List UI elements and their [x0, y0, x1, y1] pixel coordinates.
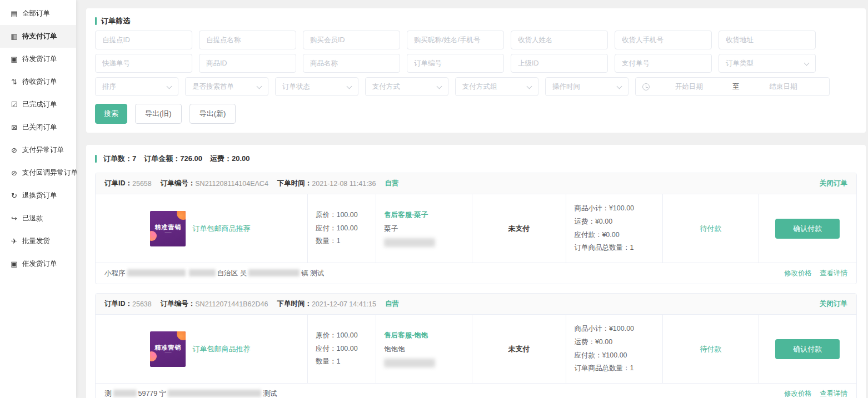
after-sales-service-link[interactable]: 售后客服-饱饱	[384, 331, 463, 340]
chevron-down-icon	[257, 84, 262, 89]
urge-ship-truck-icon: ▣	[10, 260, 18, 268]
completed-check-icon: ☑	[10, 100, 18, 109]
filter-input-row2-1[interactable]	[95, 54, 192, 73]
product-name-link[interactable]: 订单包邮商品推荐	[192, 224, 250, 234]
close-order-link[interactable]: 关闭订单	[820, 179, 847, 188]
order-sn-value: SN211208114104EAC4	[195, 180, 268, 188]
product-image-title: 精准营销———	[154, 344, 181, 354]
order-body: 精准营销———订单包邮商品推荐原价：100.00应付：100.00数量：1售后客…	[96, 194, 856, 263]
export-old-button[interactable]: 导出(旧)	[135, 104, 182, 124]
sidebar-item-label: 批量发货	[22, 236, 50, 246]
address-text: 测	[104, 390, 112, 397]
filter-input-3[interactable]	[303, 31, 400, 49]
order-time-value: 2021-12-08 11:41:36	[312, 180, 376, 188]
redacted-text	[248, 269, 300, 276]
sidebar-item-pending-ship-truck[interactable]: ▣待发货订单	[0, 48, 76, 70]
sidebar-item-label: 待发货订单	[22, 54, 57, 64]
filter-select-5[interactable]: 支付方式组	[455, 77, 538, 96]
summary-pair: 订单金额：726.00	[144, 154, 202, 163]
totals-cell: 商品小计：¥100.00运费：¥0.00应付款：¥0.00订单商品总数量：1	[566, 194, 663, 263]
orders-panel: 订单数：7订单金额：726.00运费：20.00 订单ID：25658订单编号：…	[86, 145, 866, 398]
sidebar-item-refunded[interactable]: ↪已退款	[0, 207, 76, 230]
filter-input-4[interactable]	[407, 31, 504, 49]
chevron-down-icon	[347, 84, 352, 89]
order-id-value: 25638	[132, 300, 152, 308]
confirm-payment-button[interactable]: 确认付款	[775, 219, 840, 239]
payable-total: 应付款：¥100.00	[574, 349, 655, 362]
address-text: 自治区 吴	[217, 269, 247, 277]
pending-payment-icon: ▥	[10, 32, 18, 41]
product-image-subtitle: ———	[154, 351, 181, 354]
pending-ship-truck-icon: ▣	[10, 55, 18, 63]
quantity: 数量：1	[316, 355, 368, 369]
product-image-title: 精准营销———	[154, 224, 181, 234]
filter-input-row2-5[interactable]	[511, 54, 608, 73]
product-image: 精准营销———	[150, 331, 186, 367]
sidebar-item-return-exchange[interactable]: ↻退换货订单	[0, 184, 76, 207]
order-type-select[interactable]: 订单类型	[719, 54, 816, 73]
chevron-down-icon	[617, 84, 622, 89]
filter-select-1[interactable]: 排序	[95, 77, 178, 96]
payable-total: 应付款：¥0.00	[574, 229, 655, 242]
filter-input-7[interactable]	[719, 31, 816, 49]
after-sales-service-link[interactable]: 售后客服-栗子	[384, 210, 463, 220]
pay-status-cell: 待付款	[663, 315, 759, 383]
filter-select-4[interactable]: 支付方式	[365, 77, 448, 96]
search-button[interactable]: 搜索	[95, 104, 127, 124]
filter-select-6[interactable]: 操作时间	[545, 77, 628, 96]
customer-name: 栗子	[384, 224, 463, 234]
customer-name: 饱饱饱	[384, 345, 463, 354]
sidebar-item-label: 已关闭订单	[22, 123, 57, 132]
address-text: 小程序	[104, 269, 126, 277]
awaiting-payment-text: 待付款	[700, 344, 721, 354]
sidebar-item-batch-ship-send[interactable]: ✈批量发货	[0, 230, 76, 253]
modify-price-link[interactable]: 修改价格	[784, 389, 812, 398]
sidebar-item-pending-payment[interactable]: ▥待支付订单	[0, 25, 76, 48]
sidebar-item-all-orders[interactable]: ▤全部订单	[0, 2, 76, 25]
sidebar-item-label: 退换货订单	[22, 191, 57, 200]
export-new-button[interactable]: 导出(新)	[189, 104, 236, 124]
filter-input-2[interactable]	[199, 31, 296, 49]
order-time-value: 2021-12-07 14:41:15	[312, 300, 376, 308]
redacted-text	[127, 269, 186, 276]
view-details-link[interactable]: 查看详情	[820, 389, 847, 398]
sidebar-item-label: 催发货订单	[22, 259, 57, 269]
order-sn-value: SN2112071441B62D46	[195, 300, 268, 308]
select-placeholder: 排序	[102, 82, 116, 92]
sidebar-item-callback-error[interactable]: ⊘支付回调异常订单	[0, 162, 76, 184]
sidebar-item-payment-error[interactable]: ⊘支付异常订单	[0, 139, 76, 162]
main-content: 订单筛选 订单类型 排序是否搜索首单订单状态支付方式支付方式组操作时间开始日期至…	[76, 8, 868, 398]
close-order-link[interactable]: 关闭订单	[820, 299, 847, 309]
all-orders-icon: ▤	[10, 9, 18, 18]
filter-input-6[interactable]	[615, 31, 712, 49]
filter-select-3[interactable]: 订单状态	[275, 77, 358, 96]
view-details-link[interactable]: 查看详情	[820, 269, 847, 278]
sidebar-item-urge-ship-truck[interactable]: ▣催发货订单	[0, 253, 76, 275]
summary-label: 订单数：	[103, 154, 132, 163]
filter-input-row2-6[interactable]	[615, 54, 712, 73]
modify-price-link[interactable]: 修改价格	[784, 269, 812, 278]
payable-price: 应付：100.00	[316, 342, 368, 356]
filter-input-1[interactable]	[95, 31, 192, 49]
filter-input-row2-4[interactable]	[407, 54, 504, 73]
product-image: 精准营销———	[150, 211, 186, 246]
order-footer: 小程序自治区 吴镇 测试修改价格查看详情	[96, 263, 856, 284]
filter-input-5[interactable]	[511, 31, 608, 49]
filter-input-row2-3[interactable]	[303, 54, 400, 73]
product-name-link[interactable]: 订单包邮商品推荐	[192, 344, 250, 354]
address-text: 镇 测试	[301, 269, 324, 277]
order-sn-label: 订单编号：	[161, 299, 196, 309]
green-bar-decoration	[95, 17, 97, 25]
sidebar-item-pending-receive[interactable]: ⇅待收货订单	[0, 70, 76, 93]
sidebar-item-closed-order[interactable]: ⊠已关闭订单	[0, 116, 76, 139]
order-address: 小程序自治区 吴镇 测试	[104, 269, 324, 278]
date-range-picker[interactable]: 开始日期至结束日期	[635, 77, 830, 96]
sidebar-item-completed-check[interactable]: ☑已完成订单	[0, 93, 76, 116]
filter-input-row2-2[interactable]	[199, 54, 296, 73]
filter-select-2[interactable]: 是否搜索首单	[185, 77, 268, 96]
order-filter-panel: 订单筛选 订单类型 排序是否搜索首单订单状态支付方式支付方式组操作时间开始日期至…	[86, 8, 866, 133]
freight: 运费：¥0.00	[574, 336, 655, 349]
subtotal: 商品小计：¥100.00	[574, 202, 655, 215]
chevron-down-icon	[527, 84, 532, 89]
confirm-payment-button[interactable]: 确认付款	[775, 339, 840, 359]
